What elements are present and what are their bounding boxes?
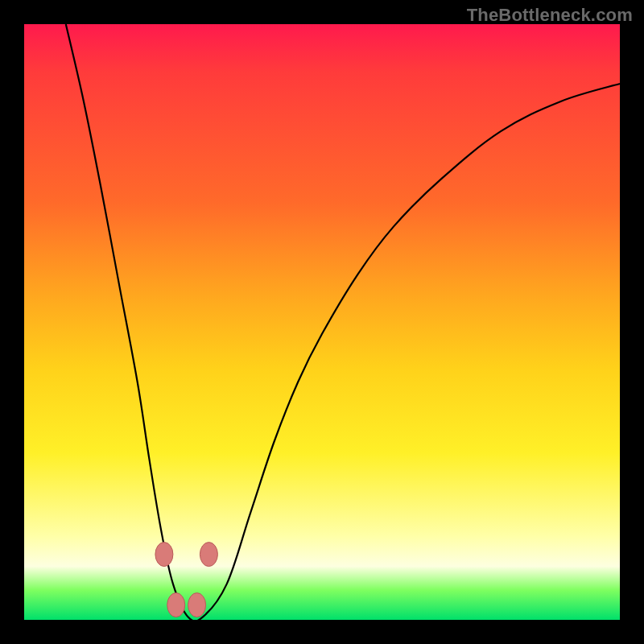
bottleneck-curve xyxy=(66,24,620,621)
curve-marker xyxy=(200,543,217,567)
curve-marker xyxy=(188,593,206,617)
curve-marker xyxy=(155,543,173,567)
plot-area xyxy=(24,24,620,620)
watermark-text: TheBottleneck.com xyxy=(467,5,633,26)
chart-frame: TheBottleneck.com xyxy=(0,0,644,644)
curve-marker xyxy=(167,593,185,617)
chart-svg xyxy=(24,24,620,620)
curve-markers xyxy=(155,543,218,617)
